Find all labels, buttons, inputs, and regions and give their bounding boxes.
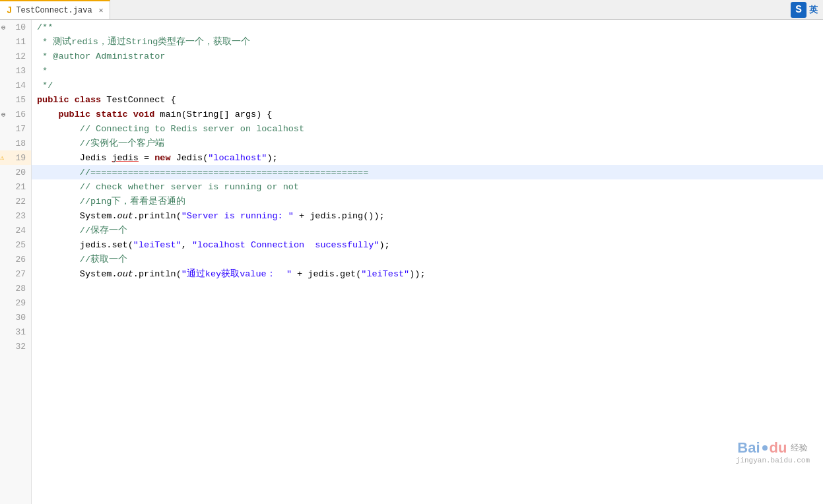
code-line-14: */	[32, 78, 823, 92]
tab-close-button[interactable]: ✕	[99, 6, 104, 15]
line-number-22: 22	[0, 194, 31, 208]
line-number-20: 20	[0, 165, 31, 179]
java-file-icon: J	[7, 5, 12, 16]
code-area: 1011121314151617181920212223242526272829…	[0, 20, 823, 504]
code-line-16: public static void main(String[] args) {	[32, 107, 823, 121]
line-number-32: 32	[0, 339, 31, 354]
line-number-23: 23	[0, 208, 31, 223]
line-number-25: 25	[0, 237, 31, 252]
editor-container: J TestConnect.java ✕ S 英 101112131415161…	[0, 0, 823, 504]
line-number-28: 28	[0, 281, 31, 296]
line-number-11: 11	[0, 34, 31, 49]
code-line-25: jedis.set("leiTest", "localhost Connecti…	[32, 237, 823, 252]
active-tab[interactable]: J TestConnect.java ✕	[0, 0, 110, 19]
code-line-23: System.out.println("Server is running: "…	[32, 208, 823, 223]
code-line-13: *	[32, 63, 823, 78]
line-number-17: 17	[0, 121, 31, 136]
sogou-lang-label: 英	[809, 4, 818, 16]
watermark-url: jingyan.baidu.com	[736, 457, 810, 464]
code-line-22: //ping下，看看是否通的	[32, 194, 823, 208]
code-line-24: //保存一个	[32, 223, 823, 237]
code-line-11: * 测试redis，通过String类型存一个，获取一个	[32, 34, 823, 49]
tab-bar: J TestConnect.java ✕ S 英	[0, 0, 823, 20]
line-number-10: 10	[0, 20, 31, 34]
line-number-12: 12	[0, 49, 31, 63]
code-line-32	[32, 339, 823, 354]
line-number-29: 29	[0, 296, 31, 310]
line-number-30: 30	[0, 310, 31, 325]
code-line-29	[32, 296, 823, 310]
line-number-13: 13	[0, 63, 31, 78]
line-number-27: 27	[0, 267, 31, 281]
line-number-24: 24	[0, 223, 31, 237]
code-line-19: Jedis jedis = new Jedis("localhost");	[32, 150, 823, 165]
line-number-31: 31	[0, 325, 31, 339]
code-line-18: //实例化一个客户端	[32, 136, 823, 150]
code-line-17: // Connecting to Redis server on localho…	[32, 121, 823, 136]
line-number-21: 21	[0, 179, 31, 194]
code-line-28	[32, 281, 823, 296]
code-line-21: // check whether server is running or no…	[32, 179, 823, 194]
sogou-badge: S 英	[785, 0, 823, 20]
code-line-12: * @author Administrator	[32, 49, 823, 63]
code-line-20: //======================================…	[32, 165, 823, 179]
code-line-27: System.out.println("通过key获取value： " + je…	[32, 267, 823, 281]
line-number-14: 14	[0, 78, 31, 92]
line-number-15: 15	[0, 92, 31, 107]
tab-label: TestConnect.java	[16, 6, 92, 15]
code-line-26: //获取一个	[32, 252, 823, 267]
line-number-19: 19	[0, 150, 31, 165]
line-number-18: 18	[0, 136, 31, 150]
code-line-31	[32, 325, 823, 339]
sogou-s-icon: S	[791, 2, 807, 18]
watermark: Bai du 经验 jingyan.baidu.com	[736, 439, 810, 464]
line-numbers: 1011121314151617181920212223242526272829…	[0, 20, 32, 504]
code-line-30	[32, 310, 823, 325]
code-line-10: /**	[32, 20, 823, 34]
code-lines[interactable]: /** * 测试redis，通过String类型存一个，获取一个 * @auth…	[32, 20, 823, 504]
line-number-16: 16	[0, 107, 31, 121]
line-number-26: 26	[0, 252, 31, 267]
code-line-15: public class TestConnect {	[32, 92, 823, 107]
